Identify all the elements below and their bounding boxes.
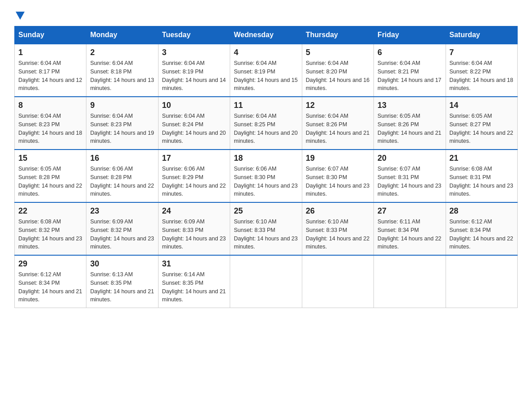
day-number: 30: [90, 259, 154, 269]
calendar-cell: 4Sunrise: 6:04 AMSunset: 8:19 PMDaylight…: [230, 44, 302, 97]
day-number: 19: [306, 154, 370, 163]
calendar-cell: 28Sunrise: 6:12 AMSunset: 8:34 PMDayligh…: [446, 202, 517, 255]
calendar-cell: 22Sunrise: 6:08 AMSunset: 8:32 PMDayligh…: [15, 202, 86, 255]
sunset-label: Sunset: 8:19 PM: [162, 68, 203, 75]
day-number: 18: [234, 154, 298, 163]
sunrise-label: Sunrise: 6:05 AM: [18, 166, 61, 172]
sunset-label: Sunset: 8:29 PM: [162, 174, 203, 180]
calendar-cell: 18Sunrise: 6:06 AMSunset: 8:30 PMDayligh…: [230, 150, 302, 202]
calendar-cell: 29Sunrise: 6:12 AMSunset: 8:34 PMDayligh…: [15, 255, 86, 308]
daylight-label: Daylight: 14 hours and 16 minutes.: [306, 77, 369, 92]
sunset-label: Sunset: 8:26 PM: [306, 121, 347, 128]
day-info: Sunrise: 6:07 AMSunset: 8:30 PMDaylight:…: [306, 165, 370, 198]
sunrise-label: Sunrise: 6:12 AM: [450, 218, 492, 225]
daylight-label: Daylight: 14 hours and 21 minutes.: [90, 288, 154, 303]
day-number: 14: [450, 101, 514, 110]
sunrise-label: Sunrise: 6:04 AM: [234, 113, 276, 119]
day-info: Sunrise: 6:13 AMSunset: 8:35 PMDaylight:…: [90, 270, 154, 304]
day-number: 28: [450, 206, 514, 216]
sunset-label: Sunset: 8:23 PM: [18, 121, 60, 128]
daylight-label: Daylight: 14 hours and 17 minutes.: [378, 77, 441, 92]
day-number: 8: [18, 101, 82, 110]
day-info: Sunrise: 6:04 AMSunset: 8:17 PMDaylight:…: [18, 59, 82, 93]
daylight-label: Daylight: 14 hours and 23 minutes.: [306, 183, 369, 197]
day-number: 29: [18, 259, 82, 269]
calendar-week-row: 22Sunrise: 6:08 AMSunset: 8:32 PMDayligh…: [15, 202, 518, 255]
calendar-cell: [374, 255, 446, 308]
calendar-header-friday: Friday: [374, 26, 446, 44]
sunrise-label: Sunrise: 6:06 AM: [162, 166, 205, 172]
daylight-label: Daylight: 14 hours and 23 minutes.: [234, 235, 297, 250]
calendar-cell: 21Sunrise: 6:08 AMSunset: 8:31 PMDayligh…: [446, 150, 517, 202]
sunset-label: Sunset: 8:28 PM: [18, 174, 60, 180]
day-info: Sunrise: 6:05 AMSunset: 8:28 PMDaylight:…: [18, 165, 82, 198]
sunset-label: Sunset: 8:24 PM: [162, 121, 203, 128]
sunset-label: Sunset: 8:18 PM: [90, 68, 131, 75]
sunset-label: Sunset: 8:27 PM: [450, 121, 491, 128]
day-info: Sunrise: 6:04 AMSunset: 8:20 PMDaylight:…: [306, 59, 370, 93]
sunrise-label: Sunrise: 6:04 AM: [234, 60, 276, 66]
day-number: 22: [18, 206, 82, 216]
calendar-cell: 16Sunrise: 6:06 AMSunset: 8:28 PMDayligh…: [86, 150, 158, 202]
svg-marker-0: [16, 12, 25, 20]
daylight-label: Daylight: 14 hours and 22 minutes.: [450, 130, 513, 145]
calendar-cell: 14Sunrise: 6:05 AMSunset: 8:27 PMDayligh…: [446, 97, 517, 150]
sunset-label: Sunset: 8:32 PM: [18, 227, 60, 233]
sunrise-label: Sunrise: 6:06 AM: [90, 166, 133, 172]
daylight-label: Daylight: 14 hours and 18 minutes.: [18, 130, 82, 145]
calendar-cell: 31Sunrise: 6:14 AMSunset: 8:35 PMDayligh…: [158, 255, 230, 308]
day-info: Sunrise: 6:06 AMSunset: 8:30 PMDaylight:…: [234, 165, 298, 198]
calendar-week-row: 15Sunrise: 6:05 AMSunset: 8:28 PMDayligh…: [15, 150, 518, 202]
day-number: 1: [18, 48, 82, 57]
sunset-label: Sunset: 8:22 PM: [450, 68, 491, 75]
calendar-cell: [302, 255, 373, 308]
daylight-label: Daylight: 14 hours and 22 minutes.: [90, 183, 154, 197]
daylight-label: Daylight: 14 hours and 23 minutes.: [162, 235, 226, 250]
daylight-label: Daylight: 14 hours and 22 minutes.: [162, 183, 226, 197]
calendar-cell: 27Sunrise: 6:11 AMSunset: 8:34 PMDayligh…: [374, 202, 446, 255]
day-number: 31: [162, 259, 226, 269]
day-info: Sunrise: 6:08 AMSunset: 8:32 PMDaylight:…: [18, 218, 82, 251]
day-number: 21: [450, 154, 514, 163]
calendar-cell: 17Sunrise: 6:06 AMSunset: 8:29 PMDayligh…: [158, 150, 230, 202]
day-number: 5: [306, 48, 370, 57]
daylight-label: Daylight: 14 hours and 23 minutes.: [378, 183, 441, 197]
daylight-label: Daylight: 14 hours and 21 minutes.: [162, 288, 226, 303]
sunrise-label: Sunrise: 6:04 AM: [90, 113, 133, 119]
day-info: Sunrise: 6:10 AMSunset: 8:33 PMDaylight:…: [306, 218, 370, 251]
day-info: Sunrise: 6:04 AMSunset: 8:23 PMDaylight:…: [90, 112, 154, 146]
daylight-label: Daylight: 14 hours and 15 minutes.: [234, 77, 297, 92]
calendar-cell: 25Sunrise: 6:10 AMSunset: 8:33 PMDayligh…: [230, 202, 302, 255]
calendar-cell: 13Sunrise: 6:05 AMSunset: 8:26 PMDayligh…: [374, 97, 446, 150]
sunset-label: Sunset: 8:35 PM: [90, 280, 131, 286]
calendar-cell: 7Sunrise: 6:04 AMSunset: 8:22 PMDaylight…: [446, 44, 517, 97]
sunrise-label: Sunrise: 6:04 AM: [90, 60, 133, 66]
calendar-cell: [230, 255, 302, 308]
calendar-cell: 6Sunrise: 6:04 AMSunset: 8:21 PMDaylight…: [374, 44, 446, 97]
day-number: 13: [378, 101, 442, 110]
day-number: 23: [90, 206, 154, 216]
calendar-header-saturday: Saturday: [446, 26, 517, 44]
sunset-label: Sunset: 8:28 PM: [90, 174, 131, 180]
calendar-cell: 5Sunrise: 6:04 AMSunset: 8:20 PMDaylight…: [302, 44, 373, 97]
calendar-cell: [446, 255, 517, 308]
daylight-label: Daylight: 14 hours and 18 minutes.: [450, 77, 513, 92]
calendar-cell: 24Sunrise: 6:09 AMSunset: 8:33 PMDayligh…: [158, 202, 230, 255]
sunrise-label: Sunrise: 6:08 AM: [450, 166, 492, 172]
calendar-header-tuesday: Tuesday: [158, 26, 230, 44]
day-info: Sunrise: 6:05 AMSunset: 8:27 PMDaylight:…: [450, 112, 514, 146]
sunset-label: Sunset: 8:21 PM: [378, 68, 419, 75]
day-info: Sunrise: 6:04 AMSunset: 8:21 PMDaylight:…: [378, 59, 442, 93]
sunrise-label: Sunrise: 6:04 AM: [18, 113, 61, 119]
sunrise-label: Sunrise: 6:04 AM: [378, 60, 420, 66]
sunrise-label: Sunrise: 6:09 AM: [90, 218, 133, 225]
calendar-cell: 8Sunrise: 6:04 AMSunset: 8:23 PMDaylight…: [15, 97, 86, 150]
daylight-label: Daylight: 14 hours and 12 minutes.: [18, 77, 82, 92]
calendar-cell: 10Sunrise: 6:04 AMSunset: 8:24 PMDayligh…: [158, 97, 230, 150]
sunrise-label: Sunrise: 6:05 AM: [450, 113, 492, 119]
day-info: Sunrise: 6:04 AMSunset: 8:19 PMDaylight:…: [162, 59, 226, 93]
sunrise-label: Sunrise: 6:10 AM: [306, 218, 348, 225]
sunrise-label: Sunrise: 6:05 AM: [378, 113, 420, 119]
sunset-label: Sunset: 8:32 PM: [90, 227, 131, 233]
daylight-label: Daylight: 14 hours and 22 minutes.: [450, 235, 513, 250]
